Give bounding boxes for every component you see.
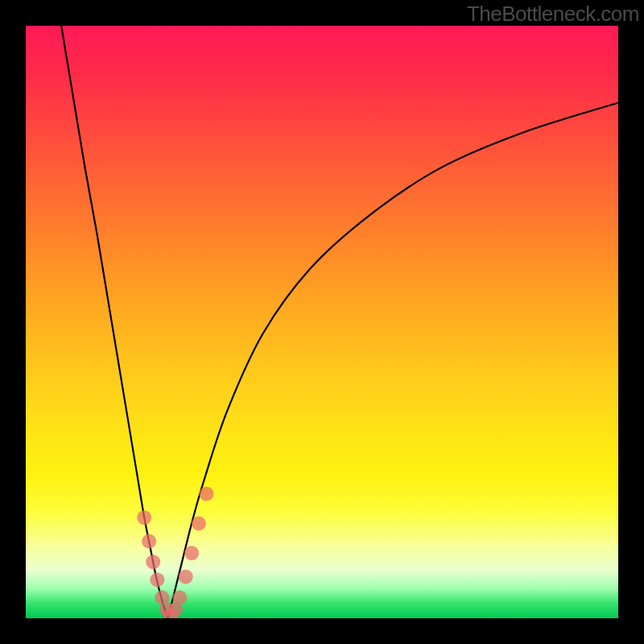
curve-right-branch <box>168 103 618 618</box>
plot-area <box>26 26 618 618</box>
chart-svg <box>26 26 618 618</box>
marker-dot <box>146 555 160 569</box>
marker-dot <box>172 590 187 605</box>
marker-dot <box>192 516 206 530</box>
curve-left-branch <box>61 26 167 618</box>
marker-dot <box>142 534 156 548</box>
chart-frame: TheBottleneck.com <box>0 0 644 644</box>
marker-dot <box>155 590 169 605</box>
marker-dot <box>199 486 213 501</box>
marker-dot <box>184 546 199 560</box>
marker-group <box>137 486 213 618</box>
marker-dot <box>159 602 174 617</box>
watermark-text: TheBottleneck.com <box>467 2 639 27</box>
marker-dot <box>150 572 164 587</box>
marker-dot <box>168 602 183 617</box>
marker-dot <box>137 510 151 525</box>
marker-dot <box>163 608 178 618</box>
marker-dot <box>179 569 193 584</box>
